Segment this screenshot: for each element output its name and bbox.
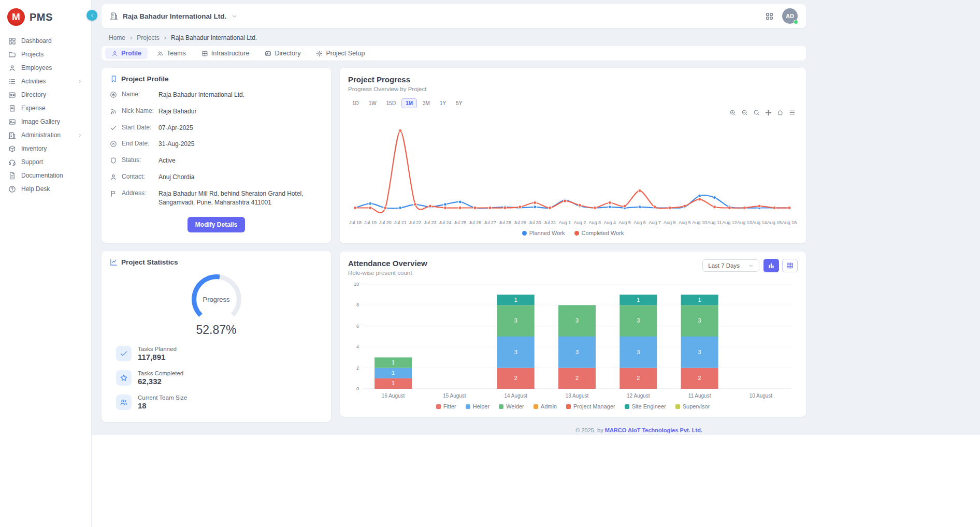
sidebar-item-documentation[interactable]: Documentation [0,169,91,182]
legend-project-manager[interactable]: Project Manager [566,403,615,409]
svg-text:Aug 14: Aug 14 [752,220,767,225]
attendance-stacked-bar-chart[interactable]: 024681016 August11115 August14 August233… [348,280,797,400]
tab-profile[interactable]: Profile [105,48,148,59]
svg-text:Aug 6: Aug 6 [633,220,646,225]
profile-field-name: Name:Raja Bahadur International Ltd. [110,91,323,99]
footer: © 2025, by MARCO AIoT Technologies Pvt. … [102,422,806,433]
range-button-1d[interactable]: 1D [348,98,363,108]
legend-helper[interactable]: Helper [466,403,489,409]
field-value: Raja Bahadur [158,107,323,116]
breadcrumb-item[interactable]: Home [109,34,125,41]
search-icon[interactable] [753,109,760,116]
sidebar-item-projects[interactable]: Projects [0,48,91,61]
range-button-5y[interactable]: 5Y [452,98,466,108]
signal-icon [110,108,117,115]
legend-completed-work[interactable]: Completed Work [574,230,624,236]
svg-text:11 August: 11 August [688,393,711,399]
sidebar-item-label: Projects [21,51,44,58]
zoom-out-icon[interactable] [741,109,748,116]
brand[interactable]: M PMS [0,5,91,34]
sidebar-item-help-desk[interactable]: Help Desk [0,182,91,196]
content-grid: Project Profile Name:Raja Bahadur Intern… [102,68,806,422]
profile-field-nick-name: Nick Name:Raja Bahadur [110,107,323,116]
svg-text:6: 6 [356,324,359,329]
box-icon [8,145,16,153]
stat-tasks-completed: Tasks Completed62,332 [110,370,323,386]
progress-chart-title: Project Progress [348,75,798,84]
tab-teams[interactable]: Teams [151,48,192,59]
sidebar-item-image-gallery[interactable]: Image Gallery [0,115,91,128]
grid-icon [201,50,208,57]
view-bar-chart-button[interactable] [763,259,779,272]
sidebar-item-dashboard[interactable]: Dashboard [0,34,91,48]
sidebar-item-support[interactable]: Support [0,155,91,169]
range-button-1m[interactable]: 1M [401,98,417,108]
receipt-icon [8,105,16,112]
svg-text:Aug 7: Aug 7 [648,220,661,225]
footer-company-link[interactable]: MARCO AIoT Technologies Pvt. Ltd. [605,427,702,433]
home-icon[interactable] [777,109,784,116]
legend-welder[interactable]: Welder [499,403,524,409]
tab-label: Profile [121,50,141,57]
range-button-15d[interactable]: 15D [382,98,400,108]
sidebar-item-activities[interactable]: Activities [0,75,91,88]
svg-text:Aug 15: Aug 15 [767,220,782,225]
company-selector[interactable]: Raja Bahadur International Ltd. [110,12,238,20]
sidebar-item-label: Expense [21,105,46,112]
project-statistics-card: Project Statistics Progress 52.87% Tasks… [102,251,331,422]
svg-text:Aug 10: Aug 10 [692,220,707,225]
legend-planned-work[interactable]: Planned Work [522,230,565,236]
svg-text:Jul 26: Jul 26 [469,220,481,225]
svg-text:4: 4 [356,344,359,349]
star-icon [120,374,128,382]
app-root: M PMS DashboardProjectsEmployeesActiviti… [0,0,980,527]
range-button-1y[interactable]: 1Y [436,98,450,108]
field-label: Address: [122,189,154,197]
tab-infrastructure[interactable]: Infrastructure [195,48,256,59]
legend-site-engineer[interactable]: Site Engineer [625,403,666,409]
date-range-select[interactable]: Last 7 Days [702,259,759,272]
sidebar-item-inventory[interactable]: Inventory [0,142,91,155]
tab-project-setup[interactable]: Project Setup [310,48,371,59]
breadcrumb-item[interactable]: Projects [137,34,159,41]
range-button-3m[interactable]: 3M [419,98,434,108]
view-table-grid-button[interactable] [782,259,798,272]
tab-label: Directory [275,50,300,57]
list-icon [8,78,16,85]
field-label: Contact: [122,173,154,180]
tab-directory[interactable]: Directory [258,48,307,59]
breadcrumb-item[interactable]: Raja Bahadur International Ltd. [171,34,257,41]
svg-text:Jul 31: Jul 31 [544,220,556,225]
range-button-1w[interactable]: 1W [365,98,381,108]
svg-text:1: 1 [514,297,517,303]
profile-card-title-text: Project Profile [121,75,169,83]
sidebar-item-label: Image Gallery [21,118,60,125]
sidebar-item-directory[interactable]: Directory [0,88,91,101]
chart-line-icon [110,258,118,266]
sidebar-item-employees[interactable]: Employees [0,61,91,75]
modify-details-button[interactable]: Modify Details [188,217,245,232]
right-column: Project Progress Progress Overview by Pr… [340,68,806,417]
svg-text:Jul 18: Jul 18 [349,220,362,225]
pan-icon[interactable] [765,109,772,116]
project-progress-line-chart[interactable]: Jul 18Jul 19Jul 20Jul 21Jul 22Jul 23Jul … [348,117,797,227]
svg-text:Jul 20: Jul 20 [379,220,392,225]
legend-supervisor[interactable]: Supervisor [675,403,710,409]
svg-text:3: 3 [698,317,701,324]
stat-label: Tasks Planned [138,346,177,352]
sidebar-collapse-button[interactable] [87,10,97,21]
apps-menu-button[interactable] [765,12,774,21]
avatar[interactable]: AD [782,8,798,24]
zoom-in-icon[interactable] [729,109,736,116]
profile-field-address: Address:Raja Bahadur Mill Rd, behind She… [110,189,323,207]
svg-text:16 August: 16 August [382,393,405,399]
stat-tasks-planned: Tasks Planned117,891 [110,346,323,361]
menu-icon[interactable] [789,109,796,116]
legend-fitter[interactable]: Fitter [436,403,456,409]
tabs-bar: ProfileTeamsInfrastructureDirectoryProje… [102,46,806,61]
sidebar-item-administration[interactable]: Administration [0,128,91,142]
brand-logo-letter: M [12,11,20,23]
legend-admin[interactable]: Admin [534,403,557,409]
sidebar-item-expense[interactable]: Expense [0,101,91,115]
field-value: Anuj Chordia [158,173,323,182]
